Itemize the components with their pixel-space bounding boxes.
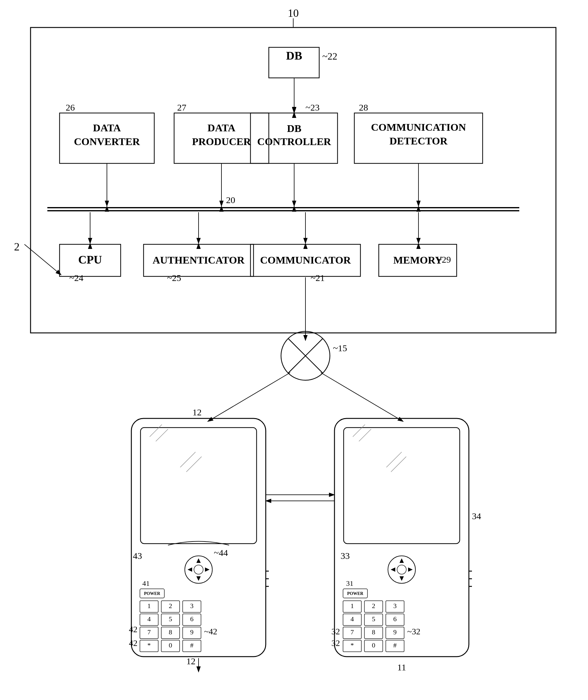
right-nav-up (400, 558, 404, 563)
right-nav-right (408, 567, 413, 572)
db-label: DB (286, 49, 302, 62)
ref-42-right: ~42 (204, 627, 217, 636)
right-nav-down (400, 576, 404, 581)
ref-41: 41 (142, 579, 150, 587)
ref-26: 26 (66, 102, 75, 112)
right-nav-left (391, 567, 395, 572)
ref-44: ~44 (214, 548, 228, 558)
ref-2: 2 (14, 241, 20, 253)
svg-text:8: 8 (372, 628, 375, 636)
data-converter-line1: DATA (93, 122, 121, 133)
svg-text:9: 9 (190, 628, 194, 636)
ref-12-top: 12 (192, 407, 202, 417)
right-screen-glare1 (353, 425, 365, 437)
right-screen-glare4 (391, 457, 406, 472)
svg-text:0: 0 (169, 641, 172, 649)
svg-text:8: 8 (169, 628, 172, 636)
ref-34: 34 (472, 511, 481, 521)
memory-label: MEMORY (393, 254, 442, 266)
svg-text:5: 5 (169, 615, 172, 623)
authenticator-label: AUTHENTICATOR (152, 254, 244, 266)
left-phone-body (131, 418, 266, 657)
ref-29: ~29 (437, 254, 451, 264)
svg-text:#: # (393, 641, 397, 649)
left-nav-up (196, 558, 201, 563)
svg-text:#: # (190, 641, 194, 649)
comm-detector-line1: COMMUNICATION (371, 122, 466, 133)
right-power-label: POWER (347, 591, 364, 596)
ref-23: ~23 (305, 102, 320, 112)
svg-text:6: 6 (190, 615, 194, 623)
left-phone-screen (141, 428, 257, 544)
right-phone-body (334, 418, 469, 657)
ref-42-left1: 42 (129, 625, 137, 634)
svg-text:1: 1 (148, 602, 151, 610)
left-nav-down (196, 576, 201, 581)
svg-text:2: 2 (169, 602, 172, 610)
ref-22: ~22 (322, 51, 337, 62)
left-power-label: POWER (144, 591, 161, 596)
left-screen-glare2 (156, 429, 168, 441)
left-screen-glare1 (150, 425, 162, 437)
ref-15: ~15 (333, 343, 347, 353)
svg-text:3: 3 (190, 602, 194, 610)
svg-text:1: 1 (351, 602, 354, 610)
right-screen-glare2 (359, 429, 371, 441)
svg-text:6: 6 (393, 615, 397, 623)
ref-28: 28 (359, 102, 368, 112)
left-nav-left (188, 567, 192, 572)
server-box (31, 27, 556, 333)
cpu-label: CPU (78, 253, 102, 266)
data-converter-line2: CONVERTER (74, 136, 140, 147)
ref-32-left1: 32 (331, 627, 340, 636)
arrow-network-left (208, 373, 290, 421)
svg-text:*: * (351, 641, 354, 649)
ref-27: 27 (177, 102, 186, 112)
svg-text:7: 7 (148, 628, 151, 636)
right-screen-glare3 (386, 452, 402, 467)
svg-text:3: 3 (393, 602, 397, 610)
data-producer-line2: PRODUCER (192, 136, 251, 147)
ref-21: ~21 (311, 273, 325, 283)
svg-text:4: 4 (148, 615, 151, 623)
ref-43: 43 (133, 551, 142, 561)
left-nav-right (205, 567, 210, 572)
ref-42-left2: 42 (129, 638, 137, 648)
ref-10: 10 (288, 7, 299, 19)
ref-32-right: ~32 (407, 627, 420, 636)
svg-text:5: 5 (372, 615, 375, 623)
diagram: 10 2 DB ~22 DATA CONVERTER 26 DATA PRODU… (0, 0, 588, 700)
ref-32-left2: 32 (331, 638, 340, 648)
ref-25: ~25 (167, 273, 181, 283)
ref-11: 11 (397, 662, 406, 672)
svg-text:0: 0 (372, 641, 375, 649)
ref-24: ~24 (69, 273, 83, 283)
bus-label-20: 20 (226, 195, 235, 205)
ref-12-bottom: 12 (186, 656, 195, 666)
communicator-label: COMMUNICATOR (260, 254, 351, 266)
svg-text:*: * (148, 641, 151, 649)
comm-detector-line2: DETECTOR (389, 135, 448, 147)
svg-text:7: 7 (351, 628, 354, 636)
svg-line-1 (24, 244, 61, 275)
svg-text:2: 2 (372, 602, 375, 610)
arrow-network-right (321, 373, 403, 421)
ref-33: 33 (341, 551, 350, 561)
svg-text:9: 9 (393, 628, 397, 636)
db-controller-line1: DB (287, 123, 301, 134)
left-nav-center (194, 565, 203, 574)
ref-31: 31 (346, 579, 353, 587)
right-phone-screen (344, 428, 460, 544)
db-controller-line2: CONTROLLER (257, 136, 331, 147)
right-nav-center (397, 565, 406, 574)
data-producer-line1: DATA (207, 122, 236, 133)
svg-text:4: 4 (351, 615, 354, 623)
